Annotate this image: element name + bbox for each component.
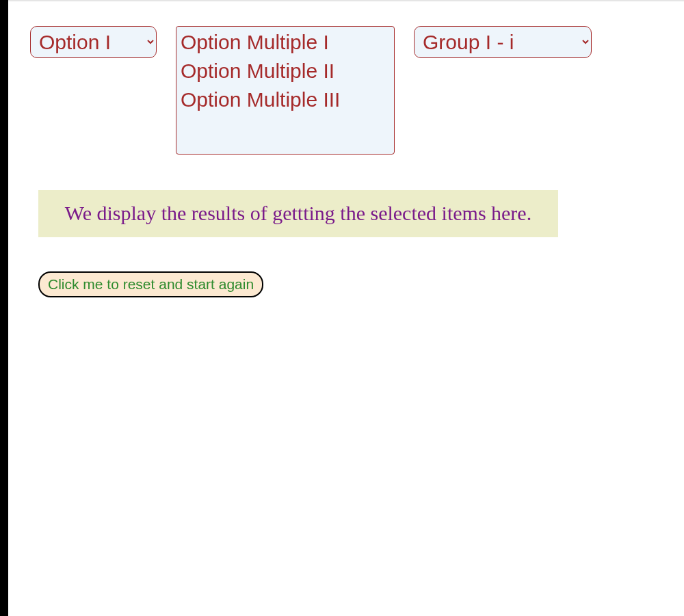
multiple-select-option[interactable]: Option Multiple III — [179, 85, 391, 114]
group-select[interactable]: Group I - i — [414, 26, 592, 58]
results-panel: We display the results of gettting the s… — [38, 190, 558, 237]
reset-button-label: Click me to reset and start again — [48, 276, 254, 292]
multiple-select-option[interactable]: Option Multiple II — [179, 57, 391, 85]
top-divider — [8, 0, 684, 1]
results-text: We display the results of gettting the s… — [65, 202, 531, 224]
controls-row: Option I Option Multiple I Option Multip… — [8, 26, 684, 155]
reset-button[interactable]: Click me to reset and start again — [38, 271, 263, 297]
single-select[interactable]: Option I — [30, 26, 157, 58]
multiple-select-option[interactable]: Option Multiple I — [179, 28, 391, 57]
multiple-select[interactable]: Option Multiple I Option Multiple II Opt… — [176, 26, 395, 155]
